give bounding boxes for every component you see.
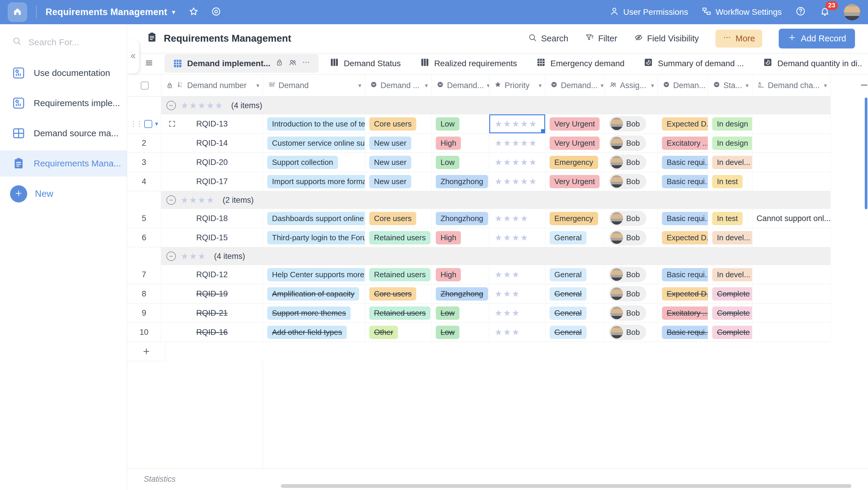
caret-down-icon[interactable]: ▾: [358, 82, 361, 89]
tag-chip[interactable]: Basic requi...: [662, 326, 708, 339]
tag-chip[interactable]: Basic requi...: [662, 175, 708, 188]
home-button[interactable]: [8, 2, 27, 22]
column-header[interactable]: Demand ...▾: [365, 74, 432, 97]
demand-change-cell[interactable]: [752, 303, 831, 323]
demand-type-cell[interactable]: Expected D...: [658, 228, 708, 248]
demand-change-cell[interactable]: [752, 323, 831, 342]
collapse-group-button[interactable]: −: [166, 195, 176, 205]
demand-number-cell[interactable]: RQID-15: [161, 228, 263, 248]
assignee-cell[interactable]: Bob: [604, 303, 658, 323]
tag-chip[interactable]: General: [550, 268, 587, 281]
group-band[interactable]: −★★★★★(4 items): [161, 97, 831, 115]
table-row[interactable]: 3RQID-20Support collectionNew userLow★★★…: [127, 153, 831, 172]
rating-stars[interactable]: ★★★★: [495, 233, 529, 242]
demand-user-cell[interactable]: New user: [365, 134, 432, 153]
assignee-cell[interactable]: Bob: [604, 153, 658, 172]
tag-chip[interactable]: Excitatory ...: [662, 136, 708, 150]
collapse-group-button[interactable]: −: [166, 101, 176, 110]
caret-down-icon[interactable]: ▾: [601, 82, 604, 89]
caret-down-icon[interactable]: ▾: [256, 82, 259, 89]
row-select-cell[interactable]: 8: [127, 284, 161, 303]
new-item-button[interactable]: New: [10, 185, 127, 202]
select-all-checkbox[interactable]: [127, 74, 161, 97]
row-select-cell[interactable]: 6: [127, 228, 161, 248]
demand-cell[interactable]: Third-party login to the Forum: [263, 228, 365, 248]
horizontal-scrollbar[interactable]: [281, 484, 851, 488]
tag-chip[interactable]: Zhongzhong: [436, 175, 488, 188]
demand-urgency-cell[interactable]: General: [546, 323, 604, 342]
tag-chip[interactable]: Emergency: [550, 156, 598, 169]
assignee-chip[interactable]: Bob: [609, 135, 646, 151]
user-avatar[interactable]: [844, 4, 860, 21]
tag-chip[interactable]: Help Center supports more ar: [267, 268, 365, 281]
column-header[interactable]: Demand...▾: [432, 74, 489, 97]
column-header[interactable]: Demand...▾: [546, 74, 604, 97]
demand-type-cell[interactable]: Basic requi...: [658, 209, 708, 228]
priority-cell[interactable]: ★★★★★: [489, 172, 546, 191]
view-tab[interactable]: Emergency demand: [528, 54, 633, 73]
tag-chip[interactable]: General: [550, 231, 587, 244]
demand-type-cell[interactable]: Excitatory ...: [658, 134, 708, 153]
priority-cell[interactable]: ★★★: [489, 265, 546, 284]
assignee-cell[interactable]: Bob: [604, 228, 658, 248]
caret-down-icon[interactable]: ▾: [172, 8, 175, 16]
demand-number-cell[interactable]: RQID-18: [161, 209, 263, 228]
demand-number-cell[interactable]: RQID-20: [161, 153, 263, 172]
tag-chip[interactable]: In devel...: [712, 268, 752, 281]
record-id[interactable]: RQID-15: [196, 233, 228, 242]
tag-chip[interactable]: Dashboards support online ed: [267, 212, 365, 225]
demand-change-cell[interactable]: [752, 265, 831, 284]
rating-stars[interactable]: ★★★★: [181, 195, 215, 205]
assignee-chip[interactable]: Bob: [609, 325, 646, 340]
more-button[interactable]: More: [715, 30, 762, 47]
status-cell[interactable]: In test: [708, 172, 752, 191]
demand-cell[interactable]: Support collection: [263, 153, 365, 172]
demand-number-cell[interactable]: RQID-21: [161, 303, 263, 323]
assignee-chip[interactable]: Bob: [609, 116, 646, 132]
fill-handle[interactable]: [541, 129, 545, 133]
tag-chip[interactable]: Basic requi...: [662, 268, 708, 281]
priority-cell[interactable]: ★★★: [489, 284, 546, 303]
demand-level-cell[interactable]: Low: [432, 153, 489, 172]
demand-cell[interactable]: Import supports more formats: [263, 172, 365, 191]
workflow-settings-button[interactable]: Workflow Settings: [702, 6, 782, 18]
sidebar-item[interactable]: Use documentation: [0, 60, 127, 86]
row-caret-icon[interactable]: ▾: [155, 120, 158, 127]
demand-user-cell[interactable]: Other: [365, 323, 432, 342]
demand-level-cell[interactable]: High: [432, 265, 489, 284]
column-header[interactable]: Sta...▾: [708, 74, 752, 97]
tag-chip[interactable]: Expected D...: [662, 287, 708, 300]
demand-cell[interactable]: Customer service online supp: [263, 134, 365, 153]
table-row[interactable]: 2RQID-14Customer service online suppNew …: [127, 134, 831, 153]
row-select-cell[interactable]: 2: [127, 134, 161, 153]
tag-chip[interactable]: Low: [436, 306, 459, 320]
demand-urgency-cell[interactable]: General: [546, 284, 604, 303]
status-cell[interactable]: In devel...: [708, 153, 752, 172]
sidebar-item[interactable]: Requirements imple...: [0, 90, 127, 116]
tag-chip[interactable]: High: [436, 268, 461, 281]
assignee-chip[interactable]: Bob: [609, 230, 646, 245]
view-tab[interactable]: Summary of demand ...: [635, 54, 752, 73]
table-row[interactable]: 5RQID-18Dashboards support online edCore…: [127, 209, 831, 228]
rating-stars[interactable]: ★★★: [495, 289, 520, 299]
status-cell[interactable]: Complete: [708, 303, 752, 323]
table-row[interactable]: 7RQID-12Help Center supports more arReta…: [127, 265, 831, 284]
statistics-label[interactable]: Statistics: [144, 475, 176, 484]
column-header[interactable]: Demand▾: [263, 74, 365, 97]
record-id[interactable]: RQID-14: [196, 139, 228, 148]
tag-chip[interactable]: Retained users: [369, 306, 430, 320]
demand-urgency-cell[interactable]: Very Urgent: [546, 134, 604, 153]
status-cell[interactable]: In test: [708, 209, 752, 228]
demand-type-cell[interactable]: Basic requi...: [658, 265, 708, 284]
assignee-cell[interactable]: Bob: [604, 284, 658, 303]
rating-stars[interactable]: ★★★: [181, 251, 206, 261]
caret-down-icon[interactable]: ▾: [746, 82, 749, 89]
priority-cell[interactable]: ★★★★★: [489, 134, 546, 153]
tag-chip[interactable]: Low: [436, 326, 459, 339]
tag-chip[interactable]: Zhongzhong: [436, 287, 488, 300]
table-row[interactable]: ⋮⋮▾RQID-13Introduction to the use of tem…: [127, 115, 831, 134]
assignee-chip[interactable]: Bob: [609, 211, 646, 226]
demand-cell[interactable]: Add other field types: [263, 323, 365, 342]
demand-urgency-cell[interactable]: Emergency: [546, 209, 604, 228]
tag-chip[interactable]: In design: [712, 136, 752, 150]
